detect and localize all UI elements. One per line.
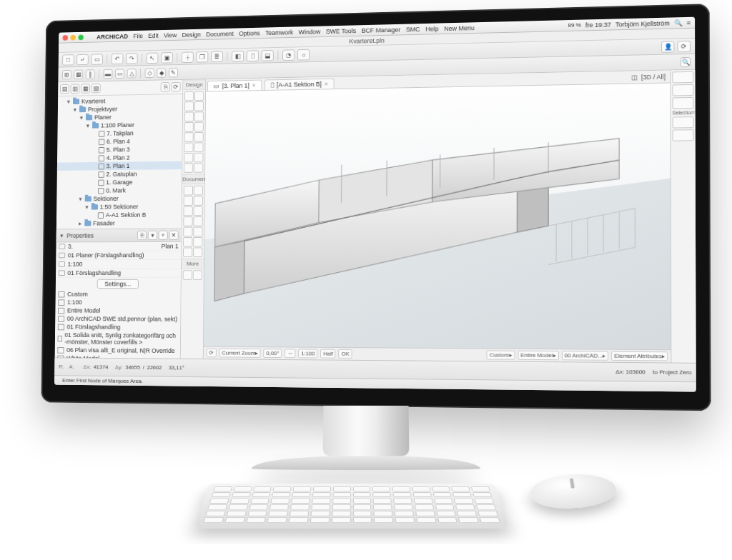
opt-row[interactable]: Custom [56,290,181,299]
menu-document[interactable]: Document [206,30,234,37]
properties-header[interactable]: ▾Properties ⎘ ▾ + ✕ [56,229,182,243]
tool-elevation-icon[interactable]: ⬓ [262,49,274,61]
tool-drawing-icon[interactable] [183,227,192,237]
qb-arrow-icon[interactable]: ↔ [285,349,295,358]
menubar-user[interactable]: Torbjörn Kjellström [615,19,670,28]
tool-stair-icon[interactable] [184,122,194,132]
mvo-icon[interactable]: ◇ [145,68,154,78]
tool-save-icon[interactable]: ▭ [91,54,103,64]
tool-detail-icon[interactable] [193,237,202,247]
qb-entire[interactable]: Entire Model ▸ [518,351,558,360]
nav-layout-book-icon[interactable]: ▦ [81,84,90,93]
menu-bcf-manager[interactable]: BCF Manager [362,26,400,34]
battery-indicator[interactable]: 89 % [568,22,580,29]
toolbox-group-design[interactable]: Design [183,79,205,90]
palette-manager-icon[interactable] [673,116,694,129]
tool-shell-icon[interactable] [184,132,193,142]
opt-row[interactable]: Entire Model [55,306,180,315]
tool-label-icon[interactable] [194,196,203,206]
view-tab-plan[interactable]: ▭[3. Plan 1]× [207,80,262,91]
minimize-icon[interactable] [70,34,75,40]
override-icon[interactable]: ◆ [157,68,166,78]
tool-window-icon[interactable] [184,101,194,111]
window-traffic-lights[interactable] [63,34,84,40]
tool-undo-icon[interactable]: ↶ [112,53,124,64]
tool-object-icon[interactable] [184,153,193,163]
opt-row[interactable]: 1:100 [56,298,181,306]
tool-open-icon[interactable]: ⤶ [76,54,89,64]
qb-layers[interactable]: 00 ArchiCAD... ▸ [562,351,609,361]
menubar-clock[interactable]: fre 19:37 [585,21,611,29]
nav-refresh-icon[interactable]: ⟳ [171,82,180,92]
nav-view-map-icon[interactable]: ▥ [70,84,79,94]
close-tab-icon[interactable]: × [252,82,256,89]
find-icon[interactable]: 🔍 [681,56,691,66]
tool-marquee-icon[interactable]: ▣ [161,52,173,64]
3d-viewport[interactable] [204,83,671,349]
opt-row[interactable]: 01 Solida snitt, Synlig zonkategorifärg … [55,331,180,346]
prop-save-icon[interactable]: ▾ [148,231,157,240]
tool-level-icon[interactable] [194,186,203,196]
tool-line-icon[interactable] [194,206,203,216]
settings-button[interactable]: Settings... [97,279,139,289]
spotlight-icon[interactable]: 🔍 [674,19,682,26]
close-tab-icon[interactable]: × [325,81,328,88]
tool-beam-icon[interactable] [184,111,194,121]
prop-row[interactable]: 1:100 [56,260,181,269]
tool-wall-icon[interactable] [184,91,194,101]
tool-arc-icon[interactable] [183,216,192,226]
qb-custom[interactable]: Custom ▸ [487,350,515,359]
qb-refresh-icon[interactable]: ⟳ [207,349,217,358]
menu-file[interactable]: File [133,32,143,39]
view-3d-button[interactable]: ◫[3D / All] [628,70,671,83]
tool-trace-icon[interactable]: ❐ [196,51,208,62]
prop-row[interactable]: 01 Förslagshandling [56,269,181,278]
tool-measure-icon[interactable]: ⟊ [182,51,194,63]
menu-options[interactable]: Options [239,29,259,36]
tool-column-icon[interactable] [194,101,204,111]
tool-zone-icon[interactable] [194,153,203,163]
nav-clone-icon[interactable]: ⎘ [161,82,170,92]
qb-half[interactable]: Half [320,349,336,359]
tool-sun-icon[interactable]: ☼ [297,49,310,60]
palette-selection-icon[interactable] [672,97,693,109]
qb-ok[interactable]: OK [338,349,352,359]
navigator-tree[interactable]: ▾Kvarteret ▾Projektvyer ▾Planer ▾1:100 P… [56,94,182,229]
menu-swe-tools[interactable]: SWE Tools [326,27,356,35]
tool-grid-el-icon[interactable] [193,247,202,257]
tool-slab-icon[interactable] [194,111,204,121]
tool-section-icon[interactable]: ⌷ [247,50,259,61]
opt-row[interactable]: 00 ArchiCAD SWE std.pennor (plan, sekt) [55,314,180,323]
tool-sync-icon[interactable]: ⟳ [677,40,691,51]
nav-project-map-icon[interactable]: ▤ [60,84,69,94]
qb-attrs[interactable]: Element Attributes ▸ [611,351,668,361]
prop-delete-icon[interactable]: ✕ [169,231,179,241]
tool-render-icon[interactable]: ◔ [282,49,295,61]
tool-change-icon[interactable] [183,248,192,258]
toolbox-group-more[interactable]: More [182,259,204,269]
zoom-icon[interactable] [78,34,83,40]
tool-figure-icon[interactable] [193,270,202,280]
tool-elev-mark-icon[interactable] [183,237,192,247]
tool-3d-icon[interactable]: ◧ [232,50,244,61]
prop-id-row[interactable]: 3. Plan 1 [56,242,181,251]
tool-pick-icon[interactable]: ↖ [147,52,159,64]
tool-morph-icon[interactable] [194,142,203,152]
menu-new[interactable]: New Menu [444,24,474,32]
roof-tool-icon[interactable]: △ [127,69,137,79]
status-to-zero[interactable]: to Project Zero [653,369,691,376]
notifications-icon[interactable]: ≡ [686,19,690,26]
tool-lamp-icon[interactable] [194,163,203,173]
menu-edit[interactable]: Edit [148,32,158,39]
qb-zoom-label[interactable]: Current Zoom ▸ [219,349,261,358]
tool-redo-icon[interactable]: ↷ [126,53,138,64]
menu-help[interactable]: Help [425,25,438,32]
grid-toggle-icon[interactable]: ▦ [74,69,83,79]
menu-view[interactable]: View [164,31,177,39]
snap-toggle-icon[interactable]: ⊞ [62,69,71,79]
view-tab-section[interactable]: ⌷[A-A1 Sektion B]× [264,79,335,90]
palette-favorites-icon[interactable] [672,84,693,96]
tool-hotspot-icon[interactable] [183,270,192,279]
palette-info-icon[interactable] [672,71,693,84]
app-menu[interactable]: ARCHICAD [97,33,128,41]
